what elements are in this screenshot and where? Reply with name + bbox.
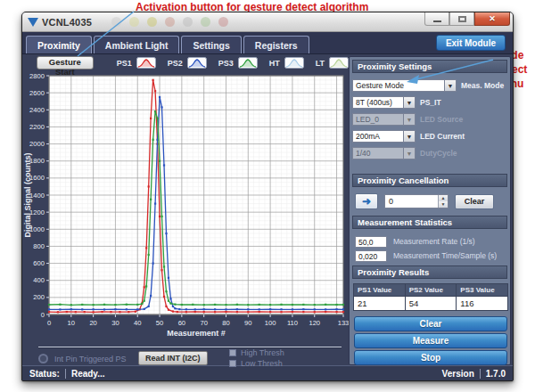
legend-item-ps1: PS1: [117, 57, 156, 69]
int-pin-triggered-radio[interactable]: [38, 354, 48, 363]
led-current-label: LED Current: [420, 132, 465, 141]
gesture-start-button[interactable]: Gesture Start: [37, 56, 94, 69]
version-value: 1.7.0: [486, 369, 506, 379]
svg-text:60: 60: [178, 319, 185, 327]
tab-registers[interactable]: Registers: [243, 36, 309, 53]
legend-label: PS1: [117, 59, 132, 68]
cancellation-spinner[interactable]: 0 ▲▼: [384, 194, 449, 208]
trigger-controls: Int Pin Triggered PS Read INT (I2C) High…: [22, 351, 349, 367]
ps2-curve-icon: [187, 57, 207, 69]
results-header-ps3-value: PS3 Value: [457, 284, 507, 296]
svg-text:2200: 2200: [29, 123, 45, 131]
ps-it-dropdown-arrow-icon[interactable]: ▼: [404, 96, 416, 109]
stop-button[interactable]: Stop: [354, 350, 507, 365]
spinner-arrows-icon[interactable]: ▲▼: [438, 195, 448, 208]
measurement-statistics-header: Measurement Statistics: [352, 216, 507, 229]
legend-label: PS2: [168, 59, 183, 68]
measurement-statistics-rows: 50,0Measurement Rate (1/s)0,020Measureme…: [355, 234, 508, 263]
svg-text:30: 30: [111, 319, 119, 327]
cancellation-value: 0: [385, 195, 438, 208]
measurement-time-row: 0,020Measurement Time/Sample (s): [355, 249, 508, 263]
svg-text:600: 600: [33, 259, 45, 267]
window-controls: ✕: [424, 12, 510, 26]
led-current-row: 200mA▼LED Current: [352, 127, 509, 144]
ht-curve-icon: [284, 57, 304, 69]
duty-cycle-label: DutyCycle: [420, 149, 457, 158]
legend-item-ht: HT: [269, 57, 304, 69]
proximity-settings-rows: Gesture Mode▼Meas. Mode8T (400us)▼PS_ITL…: [352, 77, 509, 161]
write-cancellation-button[interactable]: ➜: [355, 193, 378, 209]
measurement-rate-label: Measurement Rate (1/s): [393, 237, 475, 246]
exit-module-button[interactable]: Exit Module: [436, 35, 506, 51]
svg-text:2400: 2400: [29, 106, 45, 114]
svg-text:2800: 2800: [29, 72, 45, 80]
titlebar: VCNL4035 ✕: [22, 12, 513, 32]
ps-it-label: PS_IT: [420, 98, 441, 107]
svg-text:0: 0: [41, 311, 45, 319]
results-header-ps1-value: PS1 Value: [354, 284, 405, 296]
led-source-select: LED_0: [352, 113, 404, 126]
svg-text:50: 50: [156, 319, 163, 327]
high-thresh-checkbox[interactable]: [229, 349, 236, 356]
divider: [38, 347, 342, 348]
proximity-cancellation-header: Proximity Cancellation: [352, 174, 507, 187]
tab-ambient-light[interactable]: Ambient Light: [94, 36, 180, 53]
cancellation-clear-button[interactable]: Clear: [455, 194, 494, 209]
high-thresh-row: High Thresh: [229, 348, 284, 357]
measurement-rate-row: 50,0Measurement Rate (1/s): [355, 234, 508, 249]
meas-mode-dropdown-arrow-icon[interactable]: ▼: [445, 79, 457, 92]
version-label: Version: [442, 369, 474, 379]
vishay-logo-icon: [28, 18, 38, 27]
results-value-ps2: 54: [406, 297, 457, 310]
results-value-ps3: 116: [457, 297, 507, 310]
tab-settings[interactable]: Settings: [181, 36, 241, 53]
svg-text:90: 90: [244, 319, 251, 327]
svg-text:10: 10: [68, 319, 75, 327]
low-thresh-checkbox[interactable]: [229, 360, 236, 367]
read-int-button[interactable]: Read INT (I2C): [138, 351, 208, 365]
screenshot-canvas: Activation button for gesture detect alg…: [0, 0, 535, 392]
led-current-dropdown-arrow-icon[interactable]: ▼: [404, 130, 416, 143]
svg-text:800: 800: [33, 242, 45, 250]
measurement-time-value: 0,020: [355, 250, 387, 262]
minimize-button[interactable]: [424, 12, 449, 26]
legend-label: LT: [316, 59, 325, 68]
tab-proximity[interactable]: Proximity: [26, 36, 92, 53]
svg-text:110: 110: [287, 319, 298, 327]
led-source-dropdown-arrow-icon: ▼: [404, 113, 416, 126]
meas-mode-select[interactable]: Gesture Mode: [352, 79, 445, 92]
threshold-checkboxes: High Thresh Low Thresh: [229, 348, 284, 368]
proximity-results-table: PS1 ValuePS2 ValuePS3 Value2154116: [353, 283, 508, 311]
client-area: Gesture Start PS1PS2PS3HTLT 020040060080…: [22, 54, 513, 365]
divider: [65, 369, 66, 379]
svg-text:20: 20: [89, 319, 96, 327]
lt-curve-icon: [329, 57, 349, 69]
legend-label: HT: [269, 59, 280, 68]
svg-text:2000: 2000: [29, 140, 45, 148]
maximize-button[interactable]: [449, 12, 474, 26]
low-thresh-row: Low Thresh: [229, 359, 284, 368]
chart-legend: PS1PS2PS3HTLT: [117, 57, 349, 69]
svg-text:40: 40: [134, 319, 141, 327]
svg-text:Digital Signal (counts): Digital Signal (counts): [23, 152, 32, 237]
svg-text:400: 400: [33, 276, 45, 284]
chart-zone: Gesture Start PS1PS2PS3HTLT 020040060080…: [22, 54, 349, 367]
close-button[interactable]: ✕: [474, 12, 510, 26]
svg-text:133: 133: [338, 319, 350, 327]
status-label: Status:: [29, 369, 60, 379]
duty-cycle-select: 1/40: [352, 147, 404, 159]
legend-item-lt: LT: [316, 57, 349, 69]
ps-it-select[interactable]: 8T (400us): [352, 96, 404, 109]
ps3-curve-icon: [238, 57, 258, 69]
measure-button[interactable]: Measure: [354, 333, 507, 348]
high-thresh-label: High Thresh: [241, 348, 284, 357]
led-current-select[interactable]: 200mA: [352, 130, 404, 143]
svg-text:200: 200: [33, 293, 45, 301]
duty-cycle-dropdown-arrow-icon: ▼: [404, 147, 416, 159]
measurement-rate-value: 50,0: [355, 236, 387, 248]
svg-text:2600: 2600: [29, 89, 45, 97]
meas-mode-row: Gesture Mode▼Meas. Mode: [352, 77, 509, 94]
svg-text:70: 70: [200, 319, 207, 327]
status-value: Ready...: [71, 369, 105, 379]
clear-button[interactable]: Clear: [354, 316, 507, 331]
